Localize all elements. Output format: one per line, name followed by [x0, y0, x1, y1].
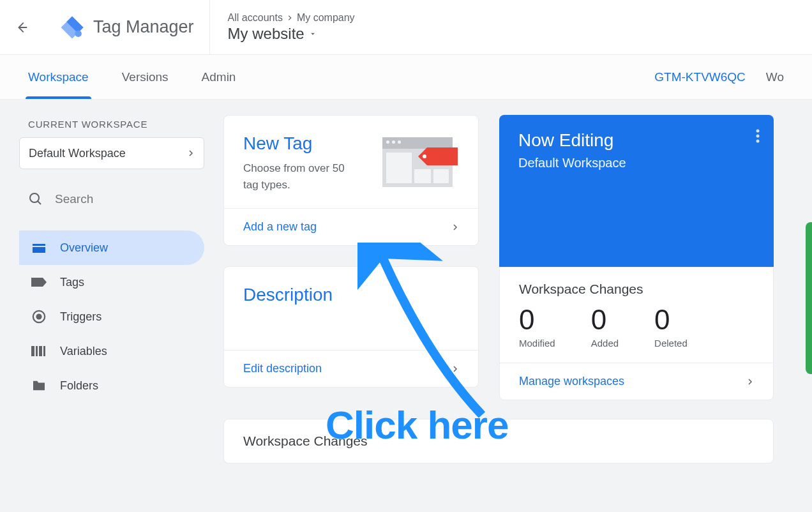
stat-value: 0 [591, 305, 619, 335]
manage-workspaces-link[interactable]: Manage workspaces [500, 363, 773, 400]
now-editing-title: Now Editing [518, 130, 755, 151]
now-editing-menu-button[interactable] [752, 125, 763, 149]
new-tag-card: New Tag Choose from over 50 tag types. A… [223, 115, 479, 246]
logo-area: Tag Manager [46, 14, 209, 41]
chevron-right-icon [451, 222, 459, 233]
edit-description-label: Edit description [243, 362, 322, 375]
overview-icon [31, 240, 47, 255]
container-name: My website [228, 25, 304, 43]
workspace-changes-link[interactable]: Wo [766, 70, 784, 84]
svg-point-10 [756, 135, 760, 138]
chevron-right-icon [746, 376, 754, 388]
tab-admin[interactable]: Admin [202, 55, 236, 99]
stat-value: 0 [519, 305, 555, 335]
body: CURRENT WORKSPACE Default Workspace Over… [0, 100, 812, 512]
search-icon [28, 192, 43, 207]
breadcrumb-company: My company [297, 12, 355, 24]
next-card-sliver [806, 222, 812, 374]
sidebar-item-triggers[interactable]: Triggers [19, 299, 204, 334]
annotation-text: Click here [326, 402, 508, 448]
svg-line-2 [38, 201, 41, 204]
tab-bar: Workspace Versions Admin GTM-KTVW6QC Wo [0, 55, 812, 100]
tab-workspace[interactable]: Workspace [28, 55, 89, 99]
app-title: Tag Manager [93, 17, 194, 37]
sidebar-item-label: Tags [60, 276, 84, 289]
svg-point-4 [36, 313, 41, 319]
tag-icon [31, 275, 47, 290]
container-id[interactable]: GTM-KTVW6QC [654, 70, 746, 84]
svg-rect-8 [43, 346, 45, 356]
svg-point-1 [30, 193, 39, 202]
svg-rect-5 [31, 346, 34, 356]
back-button[interactable] [13, 19, 31, 36]
new-tag-subtitle: Choose from over 50 tag types. [243, 160, 358, 193]
sidebar-item-label: Variables [60, 345, 107, 358]
tag-manager-logo-icon [59, 14, 86, 41]
sidebar-item-label: Triggers [60, 310, 102, 324]
more-vert-icon [756, 129, 760, 143]
svg-point-11 [756, 140, 760, 143]
new-tag-title: New Tag [243, 133, 358, 154]
tag-illustration-icon [382, 131, 459, 188]
stat-value: 0 [654, 305, 688, 335]
svg-point-0 [75, 30, 82, 37]
add-new-tag-label: Add a new tag [243, 220, 317, 234]
stat-modified: 0 Modified [519, 305, 555, 349]
trigger-icon [31, 309, 47, 324]
edit-description-link[interactable]: Edit description [224, 350, 478, 387]
now-editing-card: Now Editing Default Workspace Workspace … [499, 115, 774, 400]
sidebar-item-overview[interactable]: Overview [19, 230, 204, 265]
dropdown-caret-icon [308, 29, 317, 38]
sidebar-item-tags[interactable]: Tags [19, 265, 204, 299]
stat-added: 0 Added [591, 305, 619, 349]
sidebar-item-variables[interactable]: Variables [19, 334, 204, 368]
sidebar-item-label: Folders [60, 379, 98, 393]
tab-versions[interactable]: Versions [122, 55, 169, 99]
sidebar: CURRENT WORKSPACE Default Workspace Over… [19, 115, 204, 512]
workspace-selector-value: Default Workspace [29, 147, 126, 160]
stat-label: Modified [519, 338, 555, 349]
chevron-right-icon [287, 15, 293, 21]
now-editing-subtitle: Default Workspace [518, 156, 755, 170]
svg-rect-7 [39, 346, 42, 356]
chevron-right-icon [187, 147, 195, 159]
description-title: Description [243, 285, 459, 305]
stat-deleted: 0 Deleted [654, 305, 688, 349]
manage-workspaces-label: Manage workspaces [519, 375, 624, 388]
search-box[interactable] [19, 183, 204, 215]
svg-rect-6 [36, 346, 38, 356]
top-header: Tag Manager All accounts My company My w… [0, 0, 812, 55]
workspace-changes-title: Workspace Changes [500, 267, 773, 305]
sidebar-item-label: Overview [60, 241, 108, 255]
stat-label: Added [591, 338, 619, 349]
folder-icon [31, 378, 47, 393]
stat-label: Deleted [654, 338, 688, 349]
workspace-selector[interactable]: Default Workspace [19, 137, 204, 169]
sidebar-item-folders[interactable]: Folders [19, 368, 204, 403]
svg-point-9 [756, 130, 760, 133]
variable-icon [31, 343, 47, 359]
current-workspace-label: CURRENT WORKSPACE [28, 119, 204, 130]
arrow-left-icon [15, 20, 29, 34]
search-input[interactable] [55, 192, 195, 206]
chevron-right-icon [451, 363, 459, 375]
breadcrumb-area[interactable]: All accounts My company My website [209, 0, 355, 54]
add-new-tag-link[interactable]: Add a new tag [224, 208, 478, 245]
breadcrumb: All accounts My company [228, 12, 355, 24]
description-card: Description Edit description [223, 266, 479, 388]
breadcrumb-account: All accounts [228, 12, 283, 24]
